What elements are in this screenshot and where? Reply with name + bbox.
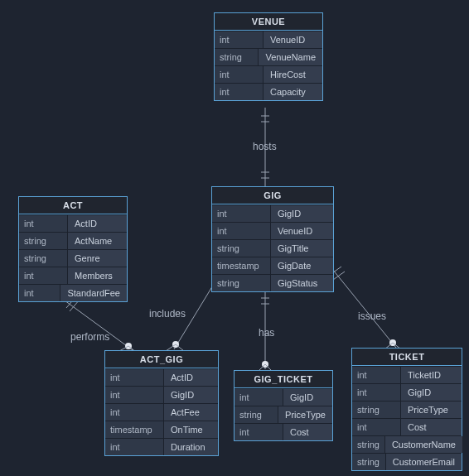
entity-title: ACT_GIG xyxy=(105,351,218,368)
svg-point-20 xyxy=(262,361,268,368)
entity-gig: GIG intGigID intVenueID stringGigTitle t… xyxy=(211,186,334,292)
svg-point-8 xyxy=(172,341,179,348)
entity-title: ACT xyxy=(19,197,127,214)
er-diagram-canvas: VENUE intVenueID stringVenueName intHire… xyxy=(0,0,469,476)
entity-title: GIG xyxy=(212,187,333,204)
entity-title: GIG_TICKET xyxy=(234,371,332,388)
svg-line-23 xyxy=(329,265,396,348)
relation-performs: performs xyxy=(70,331,109,343)
entity-gig-ticket: GIG_TICKET intGigID stringPriceType intC… xyxy=(234,370,333,441)
relation-issues: issues xyxy=(358,310,386,322)
entity-title: VENUE xyxy=(215,13,322,31)
relation-hosts: hosts xyxy=(253,141,277,152)
svg-point-14 xyxy=(125,343,132,349)
entity-act: ACT intActID stringActName stringGenre i… xyxy=(18,196,128,302)
entity-ticket: TICKET intTicketID intGigID stringPriceT… xyxy=(351,348,462,471)
svg-line-11 xyxy=(65,301,133,350)
svg-line-25 xyxy=(333,272,345,280)
relation-includes: includes xyxy=(149,308,186,320)
entity-title: TICKET xyxy=(352,349,462,366)
entity-venue: VENUE intVenueID stringVenueName intHire… xyxy=(214,12,323,101)
entity-act-gig: ACT_GIG intActID intGigID intActFee time… xyxy=(104,350,219,456)
relation-has: has xyxy=(259,327,274,339)
svg-point-26 xyxy=(389,339,396,346)
